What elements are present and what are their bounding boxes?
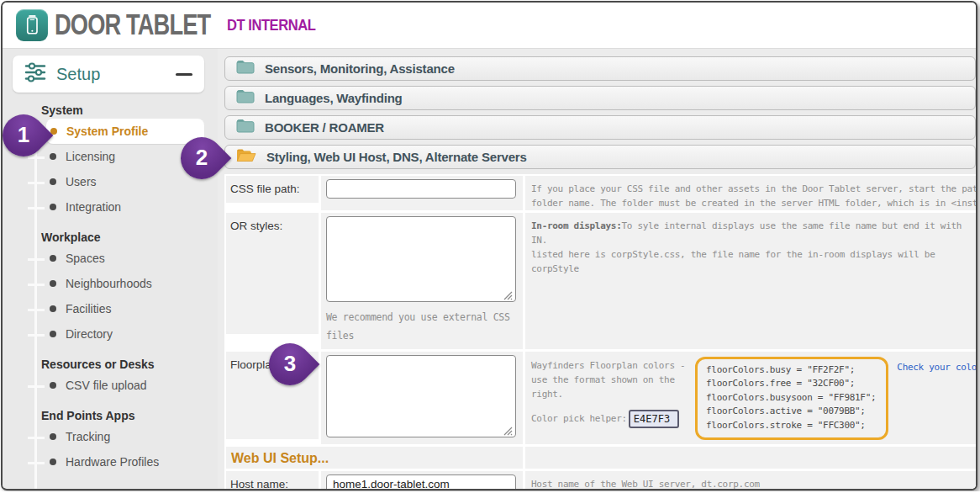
sidebar-item-spaces[interactable]: Spaces [43, 246, 204, 271]
code-line: floorColors.free = "32CF00"; [706, 377, 876, 391]
sidebar-item-tracking[interactable]: Tracking [43, 424, 204, 449]
web-ui-setup-heading: Web UI Setup... [226, 447, 523, 469]
css-file-path-input[interactable] [326, 179, 516, 199]
or-styles-label: OR styles: [226, 213, 319, 334]
inroom-displays-help-bold: In-room displays: [531, 220, 621, 231]
color-pick-helper-label: Color pick helper: [531, 411, 627, 426]
sliders-icon [24, 62, 46, 86]
code-line: floorColors.busy = "FF2F2F"; [706, 363, 876, 378]
or-styles-note: We recommend you use external CSS files [326, 309, 515, 346]
bullet-icon [50, 433, 56, 440]
css-file-path-cell [321, 176, 523, 210]
nav-section-workplace: Workplace [41, 231, 218, 244]
setup-menu-title: Setup [56, 65, 176, 84]
or-styles-cell: We recommend you use external CSS files [321, 213, 523, 349]
callout-badge-2: 2 [172, 129, 232, 188]
code-line: floorColors.stroke = "FFC300"; [706, 419, 876, 433]
bullet-icon [50, 255, 56, 262]
css-file-path-label: CSS file path: [226, 176, 319, 203]
bullet-icon [50, 178, 56, 185]
accordion-sensors-monitoring[interactable]: Sensors, Monitoring, Assistance [224, 56, 976, 81]
main-content: Sensors, Monitoring, Assistance Language… [218, 49, 976, 488]
folder-open-icon [236, 148, 256, 166]
bullet-icon [50, 382, 56, 389]
host-name-cell [321, 471, 523, 490]
bullet-icon [50, 459, 56, 465]
accordion-booker-roamer[interactable]: BOOKER / ROAMER [224, 115, 976, 140]
css-file-path-help: If you place your CSS file and other ass… [531, 182, 976, 210]
bullet-icon [50, 204, 56, 210]
nav-section-endpoints: End Points Apps [41, 409, 218, 422]
floorplan-colors-help: Wayfinders Floorplan colors - use the fo… [531, 358, 695, 401]
check-your-colors-link[interactable]: Check your colors... [897, 362, 976, 373]
floorplan-colors-textarea[interactable] [326, 355, 516, 437]
host-name-help: Host name of the Web UI server, dt.corp.… [531, 477, 976, 490]
app-title: DOOR TABLET [55, 8, 210, 42]
bullet-icon [50, 280, 56, 287]
host-name-input[interactable] [326, 474, 516, 490]
collapse-menu-icon[interactable] [176, 73, 192, 76]
nav-section-resources: Resources or Desks [41, 358, 218, 371]
spacer-cell [525, 447, 976, 469]
sidebar-item-hardware-profiles[interactable]: Hardware Profiles [43, 449, 204, 474]
floorplan-colors-cell [321, 352, 523, 444]
folder-closed-icon [236, 60, 255, 77]
folder-closed-icon [236, 119, 255, 136]
folder-closed-icon [236, 89, 255, 107]
css-file-path-help-cell: If you place your CSS file and other ass… [525, 176, 976, 210]
sidebar-item-neighbourhoods[interactable]: Neighbourhoods [43, 271, 204, 296]
or-styles-textarea[interactable] [326, 216, 516, 302]
bullet-icon [50, 305, 56, 312]
environment-label: DT INTERNAL [227, 17, 315, 34]
bullet-icon [50, 331, 56, 337]
sidebar-item-integration[interactable]: Integration [43, 194, 204, 220]
sidebar-item-facilities[interactable]: Facilities [43, 296, 204, 321]
accordion-styling-webui[interactable]: Styling, Web UI Host, DNS, Alternate Ser… [224, 145, 976, 169]
floorplan-colors-help-cell: Wayfinders Floorplan colors - use the fo… [525, 352, 976, 444]
setup-menu-header[interactable]: Setup [13, 56, 204, 93]
door-tablet-logo-icon [16, 9, 48, 41]
host-name-label: Host name: [226, 471, 319, 490]
code-line: floorColors.active = "0079BB"; [706, 405, 876, 419]
accordion-languages-wayfinding[interactable]: Languages, Wayfinding [224, 86, 976, 110]
sidebar-item-directory[interactable]: Directory [43, 321, 204, 347]
code-line: floorColors.busysoon = "FF981F"; [706, 391, 876, 406]
app-header: DOOR TABLET DT INTERNAL [3, 3, 976, 49]
bullet-icon [50, 153, 56, 160]
nav-section-system: System [41, 103, 218, 117]
app-window: DOOR TABLET DT INTERNAL [1, 1, 977, 490]
host-name-help-cell: Host name of the Web UI server, dt.corp.… [525, 471, 976, 490]
styling-settings-panel: CSS file path: If you place your CSS fil… [224, 174, 976, 490]
callout-badge-3: 3 [261, 335, 320, 395]
color-pick-helper-input[interactable] [629, 410, 679, 428]
sidebar-item-csv-file-upload[interactable]: CSV file upload [43, 373, 204, 398]
or-styles-help-cell: In-room displays:To syle internal displa… [525, 213, 976, 349]
floorplan-colors-example-box: floorColors.busy = "FF2F2F"; floorColors… [695, 357, 888, 441]
